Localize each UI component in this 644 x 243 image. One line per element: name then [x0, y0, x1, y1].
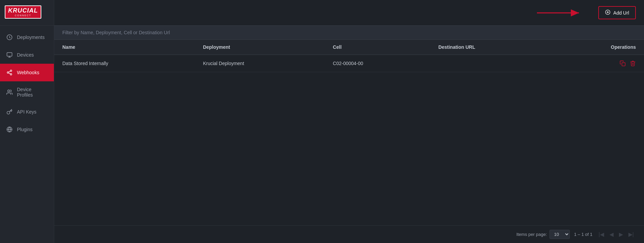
sidebar-item-api-keys[interactable]: API Keys: [0, 103, 54, 121]
deployments-icon: [6, 34, 13, 41]
sidebar-item-deployments-label: Deployments: [17, 35, 45, 40]
svg-line-5: [8, 73, 10, 74]
svg-rect-15: [622, 63, 625, 66]
row-deployment: Krucial Deployment: [195, 55, 325, 72]
logo-box: KRUCIAL CONNECT: [5, 5, 41, 19]
device-profiles-icon: [6, 89, 13, 96]
sidebar-item-webhooks-label: Webhooks: [17, 70, 39, 75]
api-keys-icon: [6, 108, 13, 115]
pagination-bar: Items per page: 10 25 50 100 1 – 1 of 1 …: [54, 225, 644, 243]
svg-point-7: [8, 90, 10, 92]
col-operations: Operations: [550, 40, 644, 55]
col-cell: Cell: [325, 40, 430, 55]
add-url-button[interactable]: Add Url: [598, 6, 636, 19]
add-url-label: Add Url: [613, 10, 629, 16]
copy-icon[interactable]: [620, 60, 626, 66]
add-url-icon: [605, 9, 610, 16]
arrow-svg: [536, 7, 583, 19]
logo-sub: CONNECT: [8, 14, 38, 17]
filter-bar: [54, 25, 644, 40]
table-header-row: Name Deployment Cell Destination URL Ope…: [54, 40, 644, 55]
col-destination-url: Destination URL: [430, 40, 550, 55]
next-page-button[interactable]: ▶: [617, 230, 625, 239]
row-destination-url: [430, 55, 550, 72]
arrow-annotation: [536, 7, 583, 19]
devices-icon: [6, 52, 13, 58]
main-content: Add Url Name Deployment Cell: [54, 0, 644, 243]
prev-page-button[interactable]: ◀: [607, 230, 616, 239]
sidebar-item-api-keys-label: API Keys: [17, 109, 37, 115]
sidebar-item-device-profiles-label: Device Profiles: [17, 87, 48, 98]
col-deployment: Deployment: [195, 40, 325, 55]
table-row: Data Stored Internally Krucial Deploymen…: [54, 55, 644, 72]
sidebar-item-plugins-label: Plugins: [17, 127, 33, 132]
sidebar: KRUCIAL CONNECT Deployments Devices: [0, 0, 54, 243]
webhooks-icon: [6, 69, 13, 76]
sidebar-item-device-profiles[interactable]: Device Profiles: [0, 81, 54, 103]
filter-input[interactable]: [62, 30, 636, 35]
sidebar-item-devices-label: Devices: [17, 52, 34, 58]
row-name: Data Stored Internally: [54, 55, 195, 72]
nav-items: Deployments Devices Webhooks: [0, 26, 54, 141]
plugins-icon: [6, 126, 13, 133]
first-page-button[interactable]: |◀: [597, 230, 606, 239]
last-page-button[interactable]: ▶|: [626, 230, 636, 239]
items-per-page: Items per page: 10 25 50 100: [516, 230, 570, 239]
svg-rect-1: [7, 53, 12, 56]
page-info: 1 – 1 of 1: [574, 232, 592, 237]
sidebar-item-deployments[interactable]: Deployments: [0, 28, 54, 46]
topbar: Add Url: [54, 0, 644, 25]
sidebar-item-webhooks[interactable]: Webhooks: [0, 64, 54, 81]
table-container: Name Deployment Cell Destination URL Ope…: [54, 40, 644, 225]
delete-icon[interactable]: [630, 60, 636, 66]
sidebar-item-devices[interactable]: Devices: [0, 46, 54, 64]
action-icons: [559, 60, 636, 66]
row-cell: C02-00004-00: [325, 55, 430, 72]
items-per-page-label: Items per page:: [516, 232, 547, 237]
row-operations: [550, 55, 644, 72]
logo-text: KRUCIAL: [8, 7, 38, 14]
col-name: Name: [54, 40, 195, 55]
svg-line-6: [8, 71, 10, 72]
per-page-select[interactable]: 10 25 50 100: [549, 230, 570, 239]
page-nav: |◀ ◀ ▶ ▶|: [597, 230, 636, 239]
sidebar-item-plugins[interactable]: Plugins: [0, 121, 54, 138]
logo-area: KRUCIAL CONNECT: [0, 0, 54, 26]
webhooks-table: Name Deployment Cell Destination URL Ope…: [54, 40, 644, 72]
